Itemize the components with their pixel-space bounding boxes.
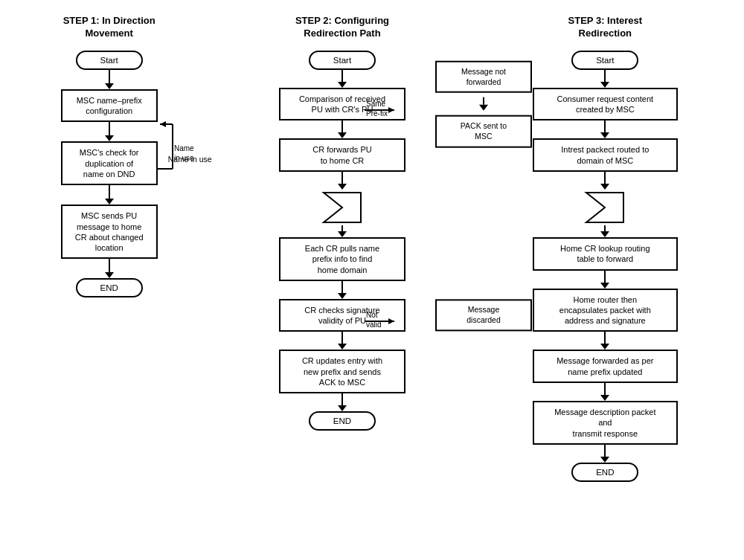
arrow	[338, 281, 347, 299]
arrow	[600, 225, 609, 237]
s1-n1: MSC name–prefixconfiguration	[61, 89, 158, 123]
s3-n3: Home CR lookup routingtable to forward	[533, 237, 678, 271]
step2-title: STEP 2: ConfiguringRedirection Path	[295, 15, 389, 40]
s2-pentagon1	[320, 190, 365, 225]
s1-n2: MSC's check forduplication ofname on DND	[61, 141, 158, 185]
svg-marker-15	[586, 193, 623, 222]
s1-end: END	[76, 278, 143, 297]
arrow	[338, 70, 347, 88]
svg-marker-10	[324, 193, 361, 222]
arrow	[479, 97, 488, 111]
s3-pentagon	[583, 190, 627, 225]
s2-end: END	[309, 411, 376, 431]
s2-start: Start	[309, 51, 376, 70]
name-in-use-label: Name in use	[168, 155, 212, 164]
arrow	[600, 172, 609, 190]
s2-n3: Each CR pulls nameprefix info to findhom…	[279, 237, 405, 281]
arrow	[105, 259, 114, 278]
s3-start: Start	[571, 51, 638, 70]
arrow	[338, 120, 347, 138]
diagram-container: STEP 1: In DirectionMovement Start MSC n…	[7, 7, 737, 489]
s2-n2: CR forwards PUto home CR	[279, 138, 405, 172]
s3-n1: Consumer request contentcreated by MSC	[533, 88, 678, 121]
column-step3: STEP 3: InterestRedirection Start Consum…	[508, 15, 702, 482]
arrow	[600, 445, 609, 463]
step3-title: STEP 3: InterestRedirection	[568, 15, 642, 40]
s1-n3: MSC sends PUmessage to homeCR about chan…	[61, 205, 158, 259]
arrow	[105, 185, 114, 205]
s3-n4: Home router thenencapsulates packet with…	[533, 289, 678, 332]
s2-n4: CR checks signaturevalidity of PU	[279, 299, 405, 332]
arrow	[600, 70, 609, 88]
s3-end: END	[571, 463, 638, 482]
arrow	[600, 271, 609, 289]
step1-title: STEP 1: In DirectionMovement	[63, 15, 155, 40]
arrow	[600, 332, 609, 350]
s3-n2: Intrest packect routed todomain of MSC	[533, 138, 678, 172]
arrow	[600, 120, 609, 138]
arrow	[338, 225, 347, 237]
arrow	[338, 332, 347, 350]
s3-n5: Message forwarded as pername prefix upda…	[533, 350, 678, 383]
s2-n5: CR updates entry withnew prefix and send…	[279, 350, 405, 393]
svg-text:Name: Name	[174, 144, 194, 152]
arrow	[105, 70, 114, 89]
arrow	[600, 383, 609, 401]
s3-n6: Message description packetandtransmit re…	[533, 401, 678, 445]
arrow	[338, 393, 347, 411]
s2-n1: Comparison of receivedPU with CR's PU	[279, 88, 405, 121]
column-step1: STEP 1: In DirectionMovement Start MSC n…	[42, 15, 176, 297]
arrow	[105, 122, 114, 141]
arrow	[338, 172, 347, 190]
column-step2: STEP 2: ConfiguringRedirection Path Star…	[238, 15, 446, 431]
s1-start: Start	[76, 51, 143, 70]
